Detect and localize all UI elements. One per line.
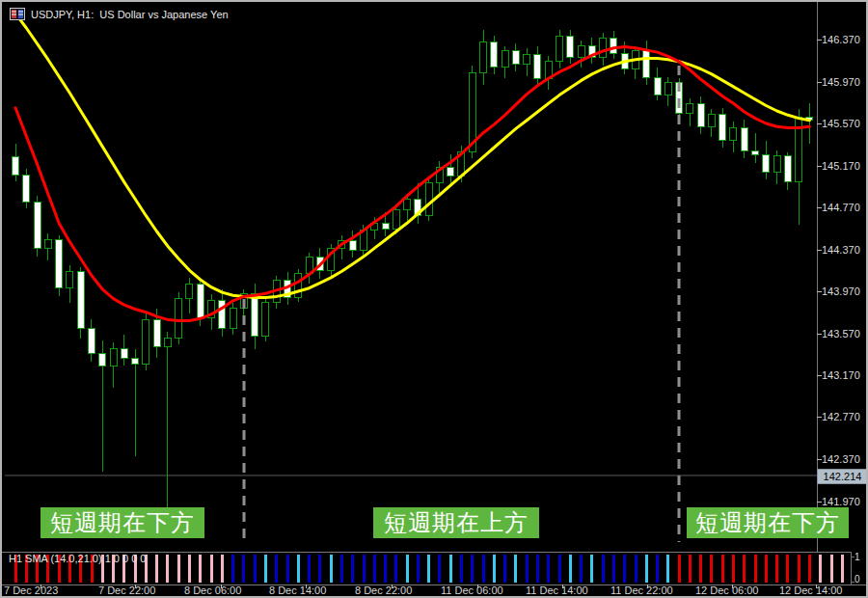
time-tick-label: 7 Dec 2023 (4, 584, 58, 596)
trend-annotation-label: 短週期在上方 (373, 507, 539, 538)
indicator-scale-max: 1 (854, 552, 860, 562)
price-tick-label: 144.770 (822, 202, 866, 213)
indicator-name-label[interactable]: H1 SMA (14.0,21.0) 1 0 0 0 0 (9, 553, 146, 564)
time-tick-label: 12 Dec 14:00 (779, 584, 842, 596)
chart-window: USDJPY, H1: US Dollar vs Japanese Yen 14… (0, 0, 868, 598)
sma-slow-line (15, 14, 809, 298)
candles-layer (13, 30, 813, 512)
price-tick-label: 143.170 (822, 369, 866, 381)
price-tick-label: 144.370 (822, 244, 866, 256)
time-tick-label: 8 Dec 14:00 (269, 584, 326, 596)
indicator-scale-min: 0 (854, 574, 860, 584)
sma-fast-line (15, 47, 809, 321)
time-tick-label: 8 Dec 06:00 (184, 584, 241, 596)
trend-annotation-label: 短週期在下方 (41, 507, 204, 538)
price-tick-label: 143.570 (822, 328, 866, 340)
chart-title-bar: USDJPY, H1: US Dollar vs Japanese Yen (10, 8, 229, 20)
time-tick-label: 11 Dec 06:00 (441, 584, 503, 596)
current-price-tag: 142.214 (817, 469, 868, 484)
time-tick-label: 11 Dec 14:00 (526, 584, 588, 596)
price-tick-label: 143.970 (822, 285, 866, 297)
price-tick-label: 145.970 (822, 76, 866, 88)
price-tick-label: 145.570 (822, 118, 866, 129)
symbol-title: USDJPY, H1: US Dollar vs Japanese Yen (31, 9, 229, 20)
price-tick-label: 142.770 (822, 411, 866, 422)
candlestick-chart-icon (10, 8, 25, 20)
price-tick-label: 146.370 (822, 34, 866, 45)
time-tick-label: 11 Dec 22:00 (610, 584, 673, 596)
price-tick-label: 142.370 (822, 453, 866, 465)
time-tick-label: 7 Dec 22:00 (98, 584, 155, 596)
price-tick-label: 145.170 (822, 160, 866, 172)
price-tick-label: 141.970 (822, 496, 866, 507)
trend-annotation-label: 短週期在下方 (687, 507, 849, 538)
time-tick-label: 8 Dec 22:00 (355, 584, 412, 596)
time-tick-label: 12 Dec 06:00 (695, 584, 758, 596)
